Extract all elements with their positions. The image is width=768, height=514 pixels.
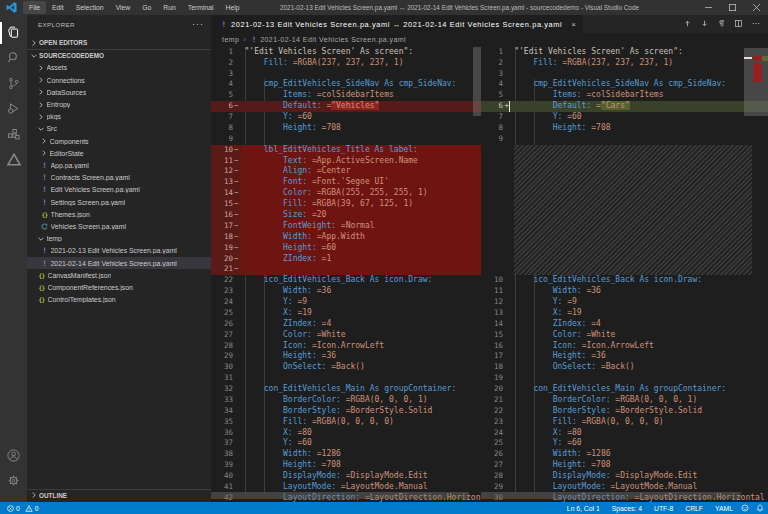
code-line-L35[interactable]: 35 Fill: =RGBA(0, 0, 0, 0)	[211, 417, 481, 428]
code-line-R14[interactable]: 14 ZIndex: =4	[481, 319, 768, 330]
tree-file-settings-screen-pa-yaml[interactable]: !Settings Screen.pa.yaml	[27, 196, 211, 208]
code-line-L23[interactable]: 23 Width: =36	[211, 286, 481, 297]
code-line-R6[interactable]: 6+ Default: ="Cars"	[481, 101, 768, 112]
indentation[interactable]: Spaces: 4	[612, 505, 642, 512]
run-debug-icon[interactable]	[0, 97, 27, 121]
code-line-L18[interactable]: 18− Width: =App.Width	[211, 232, 481, 243]
search-icon[interactable]	[0, 46, 27, 70]
code-line-R17[interactable]: 17 Height: =36	[481, 351, 768, 362]
code-line-L9[interactable]: 9	[211, 134, 481, 145]
menu-file[interactable]: File	[23, 1, 46, 14]
tree-folder-entropy[interactable]: Entropy	[27, 98, 211, 110]
tree-folder-pkgs[interactable]: pkgs	[27, 111, 211, 123]
code-line-L15[interactable]: 15− Fill: =RGBA(39, 67, 125, 1)	[211, 199, 481, 210]
extensions-icon[interactable]	[0, 122, 27, 146]
tree-file-2021-02-14-edit-vehicles-screen-pa-yaml[interactable]: !2021-02-14 Edit Vehicles Screen.pa.yaml	[27, 257, 211, 269]
encoding[interactable]: UTF-8	[654, 505, 673, 512]
code-line-L5[interactable]: 5 Items: =colSidebarItems	[211, 90, 481, 101]
tree-file-controltemplates-json[interactable]: {}ControlTemplates.json	[27, 294, 211, 306]
tab-diff-editor[interactable]: ! 2021-02-13 Edit Vehicles Screen.pa.yam…	[211, 15, 583, 33]
code-line-L28[interactable]: 28 Icon: =Icon.ArrowLeft	[211, 341, 481, 352]
code-line-R24[interactable]: 24 X: =80	[481, 428, 768, 439]
code-line-L33[interactable]: 33 BorderColor: =RGBA(0, 0, 0, 1)	[211, 395, 481, 406]
menu-run[interactable]: Run	[157, 1, 181, 14]
tree-folder-components[interactable]: Components	[27, 135, 211, 147]
code-line-R7[interactable]: 7 Y: =60	[481, 112, 768, 123]
triangle-icon[interactable]	[0, 148, 27, 172]
tree-file-canvasmanifest-json[interactable]: {}CanvasManifest.json	[27, 269, 211, 281]
code-line-L39[interactable]: 39 Height: =708	[211, 460, 481, 471]
code-line-R21[interactable]: 21 BorderColor: =RGBA(0, 0, 0, 1)	[481, 395, 768, 406]
code-line-L16[interactable]: 16− Size: =20	[211, 210, 481, 221]
tree-folder-connections[interactable]: Connections	[27, 74, 211, 86]
code-line-L22[interactable]: 22 ico_EditVehicles_Back As icon.Draw:	[211, 275, 481, 286]
code-line-R13[interactable]: 13 X: =19	[481, 308, 768, 319]
close-window-icon[interactable]	[744, 0, 768, 15]
code-line-L1[interactable]: 1"'Edit Vehicles Screen' As screen":	[211, 47, 481, 58]
previous-change-icon[interactable]	[679, 19, 696, 30]
right-horizontal-scrollbar[interactable]	[481, 492, 741, 499]
code-line-R25[interactable]: 25 Y: =60	[481, 438, 768, 449]
tree-folder-datasources[interactable]: DataSources	[27, 86, 211, 98]
code-line-L24[interactable]: 24 Y: =9	[211, 297, 481, 308]
menu-terminal[interactable]: Terminal	[182, 1, 220, 14]
settings-gear-icon[interactable]	[0, 469, 27, 493]
menu-selection[interactable]: Selection	[70, 1, 110, 14]
code-line-L32[interactable]: 32 con_EditVehicles_Main As groupContain…	[211, 384, 481, 395]
diff-original-pane[interactable]: 1"'Edit Vehicles Screen' As screen":2 Fi…	[211, 47, 481, 502]
code-line-R10[interactable]: 10 ico_EditVehicles_Back As icon.Draw:	[481, 275, 768, 286]
scrollbar-thumb[interactable]	[473, 47, 481, 116]
code-line-L6[interactable]: 6− Default: ="Vehicles"	[211, 101, 481, 112]
feedback-icon[interactable]	[741, 504, 749, 512]
code-line-R4[interactable]: 4 cmp_EditVehicles_SideNav As cmp_SideNa…	[481, 79, 768, 90]
breadcrumb-file[interactable]: 2021-02-14 Edit Vehicles Screen.pa.yaml	[260, 36, 406, 43]
code-line-L12[interactable]: 12− Align: =Center	[211, 166, 481, 177]
code-line-L3[interactable]: 3	[211, 69, 481, 80]
tree-file-componentreferences-json[interactable]: {}ComponentReferences.json	[27, 281, 211, 293]
menu-edit[interactable]: Edit	[46, 1, 70, 14]
section-workspace[interactable]: SOURCECODEDEMO	[27, 49, 211, 61]
code-line-L31[interactable]: 31	[211, 373, 481, 384]
code-line-R27[interactable]: 27 Height: =708	[481, 460, 768, 471]
notifications-bell-icon[interactable]	[756, 504, 764, 512]
menu-help[interactable]: Help	[219, 1, 245, 14]
code-line-L37[interactable]: 37 Y: =60	[211, 438, 481, 449]
right-vertical-scrollbar[interactable]	[744, 47, 768, 502]
code-line-L4[interactable]: 4 cmp_EditVehicles_SideNav As cmp_SideNa…	[211, 79, 481, 90]
eol-sequence[interactable]: CRLF	[685, 505, 703, 512]
code-line-R23[interactable]: 23 Fill: =RGBA(0, 0, 0, 0)	[481, 417, 768, 428]
code-line-L11[interactable]: 11− Text: =App.ActiveScreen.Name	[211, 156, 481, 167]
breadcrumb-folder[interactable]: temp	[222, 36, 239, 43]
cursor-position[interactable]: Ln 6, Col 1	[567, 505, 600, 512]
tab-close-icon[interactable]: ×	[571, 20, 576, 29]
menu-view[interactable]: View	[110, 1, 137, 14]
tree-folder-assets[interactable]: Assets	[27, 62, 211, 74]
tree-folder-temp[interactable]: temp	[27, 233, 211, 245]
code-line-R9[interactable]: 9	[481, 134, 768, 145]
code-line-L17[interactable]: 17− FontWeight: =Normal	[211, 221, 481, 232]
code-line-L30[interactable]: 30 OnSelect: =Back()	[211, 362, 481, 373]
more-actions-icon[interactable]	[747, 19, 764, 30]
code-line-L26[interactable]: 26 ZIndex: =4	[211, 319, 481, 330]
code-line-L36[interactable]: 36 X: =80	[211, 428, 481, 439]
code-line-L38[interactable]: 38 Width: =1286	[211, 449, 481, 460]
tree-file-contracts-screen-pa-yaml[interactable]: !Contracts Screen.pa.yaml	[27, 172, 211, 184]
code-line-R19[interactable]: 19	[481, 373, 768, 384]
minimize-icon[interactable]	[696, 0, 720, 15]
diff-modified-pane[interactable]: 1"'Edit Vehicles Screen' As screen":2 Fi…	[481, 47, 768, 502]
tree-file-app-pa-yaml[interactable]: !App.pa.yaml	[27, 159, 211, 171]
section-outline[interactable]: OUTLINE	[27, 489, 211, 501]
sidebar-more-actions-icon[interactable]: ···	[192, 19, 204, 29]
split-editor-icon[interactable]	[730, 19, 747, 30]
code-line-R16[interactable]: 16 Icon: =Icon.ArrowLeft	[481, 341, 768, 352]
code-line-R3[interactable]: 3	[481, 69, 768, 80]
whitespace-icon[interactable]	[713, 19, 730, 30]
tree-folder-src[interactable]: Src	[27, 123, 211, 135]
code-line-R1[interactable]: 1"'Edit Vehicles Screen' As screen":	[481, 47, 768, 58]
code-line-L34[interactable]: 34 BorderStyle: =BorderStyle.Solid	[211, 406, 481, 417]
code-line-L25[interactable]: 25 X: =19	[211, 308, 481, 319]
tree-file-vehicles-screen-pa-yaml[interactable]: Vehicles Screen.pa.yaml	[27, 220, 211, 232]
code-line-L40[interactable]: 40 DisplayMode: =DisplayMode.Edit	[211, 471, 481, 482]
breadcrumb[interactable]: temp › ! 2021-02-14 Edit Vehicles Screen…	[211, 33, 768, 47]
code-line-R15[interactable]: 15 Color: =White	[481, 330, 768, 341]
